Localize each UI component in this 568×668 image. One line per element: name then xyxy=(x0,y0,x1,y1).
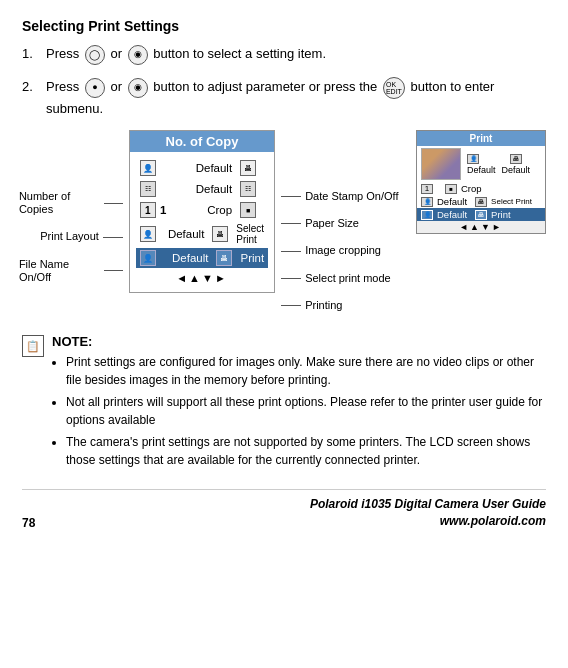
label-date-stamp-text: Date Stamp On/Off xyxy=(305,190,398,203)
diagram-row-1: 👤 Default 🖶 xyxy=(136,158,268,178)
label-paper-size: Paper Size xyxy=(281,217,359,230)
left-labels: Number of Copies Print Layout File Name … xyxy=(19,130,129,284)
tr-default-2: Default xyxy=(502,165,531,175)
footer-brand-line1: Polaroid i1035 Digital Camera User Guide xyxy=(310,496,546,513)
tr-icon-person2: 👤 xyxy=(421,197,433,207)
label-print-layout-text: Print Layout xyxy=(40,230,99,243)
note-list: Print settings are configured for images… xyxy=(52,353,546,469)
note-section: 📋 NOTE: Print settings are configured fo… xyxy=(22,334,546,473)
scroll2-button-icon[interactable]: ◉ xyxy=(128,78,148,98)
label-line-r5 xyxy=(281,305,301,306)
tr-icon-crop: ■ xyxy=(445,184,457,194)
diagram-row-3: 1 1 Crop ■ xyxy=(136,200,268,220)
tr-default-1: Default xyxy=(467,165,496,175)
step-2-or: or xyxy=(110,79,125,94)
tr-default-4: Default xyxy=(437,209,467,220)
row-value2-4: Select Print xyxy=(236,223,264,245)
footer-brand: Polaroid i1035 Digital Camera User Guide… xyxy=(310,496,546,530)
row-value-1: Default xyxy=(196,162,232,174)
note-content: NOTE: Print settings are configured for … xyxy=(52,334,546,473)
footer-page-number: 78 xyxy=(22,516,35,530)
diagram-area: Print 👤 Default 🖶 Default 1 ■ Crop 👤 Def… xyxy=(22,130,546,320)
tr-select-print: Select Print xyxy=(491,197,532,206)
tr-icon-num: 1 xyxy=(421,184,433,194)
tr-crop: Crop xyxy=(461,183,482,194)
tr-nav: ◄▲▼► xyxy=(417,221,545,233)
tr-print: Print xyxy=(491,209,511,220)
label-paper-size-text: Paper Size xyxy=(305,217,359,230)
up-button-icon[interactable]: ◯ xyxy=(85,45,105,65)
step-1-or-1: or xyxy=(110,46,125,61)
label-filename: File Name On/Off xyxy=(19,258,123,284)
row-icon-printer1: 🖶 xyxy=(240,160,256,176)
ok-button-icon[interactable]: OKEDIT xyxy=(383,77,405,99)
label-print-layout: Print Layout xyxy=(40,230,123,243)
label-line-r2 xyxy=(281,223,301,224)
tr-icon-person3: 👤 xyxy=(421,210,433,220)
label-printing-text: Printing xyxy=(305,299,342,312)
label-line-r3 xyxy=(281,251,301,252)
main-diagram-with-labels: Number of Copies Print Layout File Name … xyxy=(22,130,402,312)
label-printing: Printing xyxy=(281,299,342,312)
row-icon-number: 1 xyxy=(140,202,156,218)
label-num-copies-text: Number of Copies xyxy=(19,190,101,216)
tr-header: Print xyxy=(417,131,545,146)
diagram-row-2: ☷ Default ☷ xyxy=(136,179,268,199)
step-2-num: 2. xyxy=(22,77,38,119)
label-line-1 xyxy=(104,203,122,204)
page-title: Selecting Print Settings xyxy=(22,18,546,34)
label-date-stamp: Date Stamp On/Off xyxy=(281,190,398,203)
diagram-title: No. of Copy xyxy=(130,131,274,152)
diagram-row-5-selected: 👤 Default 🖶 Print xyxy=(136,248,268,268)
down-button-icon[interactable]: ● xyxy=(85,78,105,98)
right-labels: Date Stamp On/Off Paper Size Image cropp… xyxy=(275,130,405,312)
footer: 78 Polaroid i1035 Digital Camera User Gu… xyxy=(22,489,546,530)
step-1-num: 1. xyxy=(22,44,38,65)
label-select-print-mode: Select print mode xyxy=(281,272,391,285)
label-image-cropping-text: Image cropping xyxy=(305,244,381,257)
step-1-text-after: button to select a setting item. xyxy=(153,46,326,61)
label-line-r4 xyxy=(281,278,301,279)
note-icon: 📋 xyxy=(22,335,44,357)
row-value-2: Default xyxy=(196,183,232,195)
scroll-button-icon[interactable]: ◉ xyxy=(128,45,148,65)
row-icon-grid2: ☷ xyxy=(240,181,256,197)
tr-icon-select: 🖶 xyxy=(475,197,487,207)
row-value-4: Default xyxy=(168,228,204,240)
note-bullet-1: Print settings are configured for images… xyxy=(66,353,546,389)
label-select-print-mode-text: Select print mode xyxy=(305,272,391,285)
label-line-3 xyxy=(104,270,123,271)
step-1-text-before: Press xyxy=(46,46,79,61)
row-value-5: Default xyxy=(172,252,208,264)
note-bullet-3: The camera's print settings are not supp… xyxy=(66,433,546,469)
step-2-text: Press ● or ◉ button to adjust parameter … xyxy=(46,77,546,119)
note-bullet-2: Not all printers will support all these … xyxy=(66,393,546,429)
row-icon-printer3: 🖶 xyxy=(216,250,232,266)
tr-row-1: 1 ■ Crop xyxy=(417,182,545,195)
row-icon-person3: 👤 xyxy=(140,250,156,266)
row-icon-grid1: ☷ xyxy=(140,181,156,197)
row-value2-5: Print xyxy=(240,252,264,264)
step-2-text-mid: button to adjust parameter or press the xyxy=(153,79,381,94)
row-icon-crop: ■ xyxy=(240,202,256,218)
tr-row-2: 👤 Default 🖶 Select Print xyxy=(417,195,545,208)
row-icon-person1: 👤 xyxy=(140,160,156,176)
label-num-copies: Number of Copies xyxy=(19,190,123,216)
row-value-3: Crop xyxy=(207,204,232,216)
row-label-3: 1 xyxy=(160,204,199,216)
diagram-rows: 👤 Default 🖶 ☷ Default ☷ 1 1 xyxy=(130,158,274,268)
tr-icon-printer1: 🖶 xyxy=(510,154,522,164)
step-2: 2. Press ● or ◉ button to adjust paramet… xyxy=(22,77,546,119)
row-icon-person2: 👤 xyxy=(140,226,156,242)
tr-default-3: Default xyxy=(437,196,467,207)
row-icon-printer2: 🖶 xyxy=(212,226,228,242)
label-image-cropping: Image cropping xyxy=(281,244,381,257)
tr-icon-person: 👤 xyxy=(467,154,479,164)
tr-icon-print: 🖶 xyxy=(475,210,487,220)
center-diagram-box: No. of Copy 👤 Default 🖶 ☷ Default ☷ xyxy=(129,130,275,293)
top-right-print-ui: Print 👤 Default 🖶 Default 1 ■ Crop 👤 Def… xyxy=(416,130,546,234)
label-filename-text: File Name On/Off xyxy=(19,258,100,284)
note-title: NOTE: xyxy=(52,334,546,349)
tr-top-row: 👤 Default 🖶 Default xyxy=(417,146,545,182)
label-line-r1 xyxy=(281,196,301,197)
